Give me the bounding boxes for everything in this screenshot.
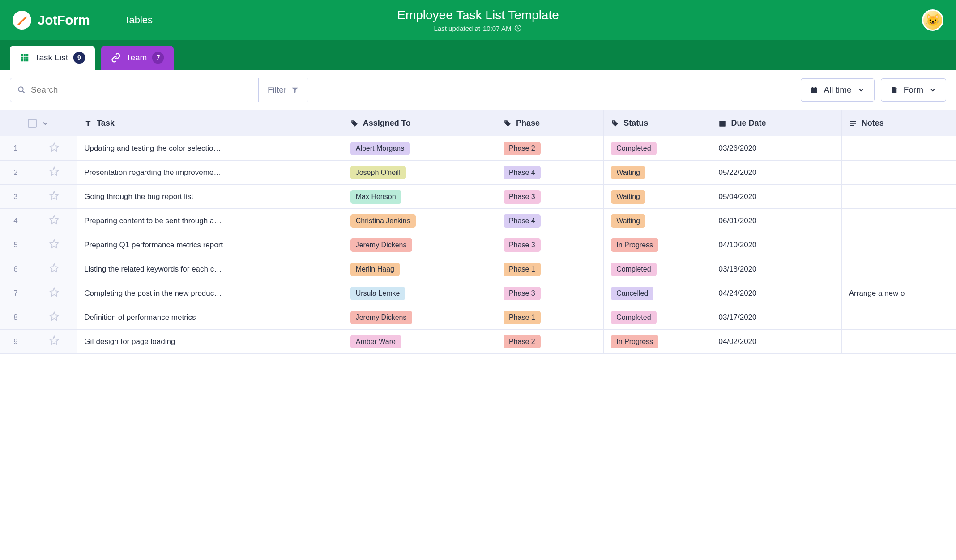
cell-due-date[interactable]: 03/26/2020 [711, 136, 841, 161]
search-input[interactable] [31, 85, 251, 95]
cell-notes[interactable] [841, 233, 956, 257]
cell-task[interactable]: Completing the post in the new produc… [77, 281, 343, 305]
cell-status[interactable]: Completed [604, 305, 711, 330]
select-all-checkbox[interactable] [28, 119, 37, 128]
cell-due-date[interactable]: 05/22/2020 [711, 161, 841, 185]
svg-rect-6 [26, 57, 29, 59]
star-button[interactable] [31, 305, 77, 330]
cell-task[interactable]: Updating and testing the color selectio… [77, 136, 343, 161]
toolbar: Filter All time Form [0, 70, 956, 110]
cell-notes[interactable] [841, 161, 956, 185]
page-title[interactable]: Employee Task List Template [397, 8, 559, 22]
user-avatar[interactable]: 😺 [922, 9, 943, 31]
table-row[interactable]: 9Gif design for page loadingAmber WarePh… [0, 330, 956, 354]
cell-phase[interactable]: Phase 4 [496, 161, 604, 185]
star-button[interactable] [31, 330, 77, 354]
table-row[interactable]: 2Presentation regarding the improveme…Jo… [0, 161, 956, 185]
row-index: 9 [0, 330, 31, 354]
cell-status[interactable]: In Progress [604, 330, 711, 354]
cell-phase[interactable]: Phase 2 [496, 330, 604, 354]
cell-notes[interactable] [841, 209, 956, 233]
header-notes[interactable]: Notes [841, 110, 956, 136]
cell-phase[interactable]: Phase 1 [496, 257, 604, 281]
cell-due-date[interactable]: 04/10/2020 [711, 233, 841, 257]
tab-team[interactable]: Team 7 [101, 46, 174, 70]
cell-task[interactable]: Definition of performance metrics [77, 305, 343, 330]
cell-notes[interactable] [841, 257, 956, 281]
filter-button[interactable]: Filter [258, 78, 308, 102]
cell-notes[interactable] [841, 185, 956, 209]
timerange-label: All time [824, 85, 851, 95]
table-row[interactable]: 6Listing the related keywords for each c… [0, 257, 956, 281]
cell-task[interactable]: Preparing content to be sent through a… [77, 209, 343, 233]
document-icon [890, 86, 898, 94]
cell-due-date[interactable]: 05/04/2020 [711, 185, 841, 209]
chevron-down-icon[interactable] [41, 119, 49, 127]
cell-phase[interactable]: Phase 4 [496, 209, 604, 233]
cell-due-date[interactable]: 06/01/2020 [711, 209, 841, 233]
app-header: JotForm Tables Employee Task List Templa… [0, 0, 956, 40]
cell-task[interactable]: Going through the bug report list [77, 185, 343, 209]
table-row[interactable]: 4Preparing content to be sent through a…… [0, 209, 956, 233]
cell-status[interactable]: In Progress [604, 233, 711, 257]
table-row[interactable]: 1Updating and testing the color selectio… [0, 136, 956, 161]
cell-status[interactable]: Waiting [604, 161, 711, 185]
star-button[interactable] [31, 136, 77, 161]
svg-point-15 [613, 121, 614, 122]
cell-assignee[interactable]: Albert Morgans [343, 136, 496, 161]
cell-due-date[interactable]: 03/17/2020 [711, 305, 841, 330]
cell-task[interactable]: Preparing Q1 performance metrics report [77, 233, 343, 257]
cell-assignee[interactable]: Joseph O'neill [343, 161, 496, 185]
cell-phase[interactable]: Phase 3 [496, 233, 604, 257]
chevron-down-icon [857, 86, 865, 94]
cell-phase[interactable]: Phase 3 [496, 281, 604, 305]
table-row[interactable]: 3Going through the bug report listMax He… [0, 185, 956, 209]
cell-phase[interactable]: Phase 2 [496, 136, 604, 161]
cell-notes[interactable] [841, 330, 956, 354]
cell-status[interactable]: Completed [604, 136, 711, 161]
cell-assignee[interactable]: Jeremy Dickens [343, 233, 496, 257]
timerange-button[interactable]: All time [801, 78, 874, 102]
header-status[interactable]: Status [604, 110, 711, 136]
header-due-date[interactable]: Due Date [711, 110, 841, 136]
cell-status[interactable]: Waiting [604, 185, 711, 209]
divider [107, 12, 107, 28]
cell-status[interactable]: Completed [604, 257, 711, 281]
cell-phase[interactable]: Phase 1 [496, 305, 604, 330]
cell-due-date[interactable]: 04/24/2020 [711, 281, 841, 305]
cell-task[interactable]: Listing the related keywords for each c… [77, 257, 343, 281]
cell-assignee[interactable]: Max Henson [343, 185, 496, 209]
cell-phase[interactable]: Phase 3 [496, 185, 604, 209]
search-box[interactable] [10, 78, 258, 102]
cell-notes[interactable] [841, 305, 956, 330]
cell-due-date[interactable]: 03/18/2020 [711, 257, 841, 281]
header-assigned[interactable]: Assigned To [343, 110, 496, 136]
cell-status[interactable]: Cancelled [604, 281, 711, 305]
form-button[interactable]: Form [881, 78, 946, 102]
cell-task[interactable]: Gif design for page loading [77, 330, 343, 354]
tab-task-list[interactable]: Task List 9 [10, 46, 95, 70]
star-button[interactable] [31, 185, 77, 209]
cell-due-date[interactable]: 04/02/2020 [711, 330, 841, 354]
star-button[interactable] [31, 161, 77, 185]
cell-notes[interactable]: Arrange a new o [841, 281, 956, 305]
cell-task[interactable]: Presentation regarding the improveme… [77, 161, 343, 185]
star-button[interactable] [31, 233, 77, 257]
cell-assignee[interactable]: Merlin Haag [343, 257, 496, 281]
star-button[interactable] [31, 257, 77, 281]
cell-status[interactable]: Waiting [604, 209, 711, 233]
header-task[interactable]: Task [77, 110, 343, 136]
star-button[interactable] [31, 281, 77, 305]
svg-rect-5 [24, 57, 26, 59]
section-name[interactable]: Tables [124, 14, 153, 26]
cell-assignee[interactable]: Christina Jenkins [343, 209, 496, 233]
cell-notes[interactable] [841, 136, 956, 161]
header-phase[interactable]: Phase [496, 110, 604, 136]
star-button[interactable] [31, 209, 77, 233]
table-row[interactable]: 5Preparing Q1 performance metrics report… [0, 233, 956, 257]
cell-assignee[interactable]: Jeremy Dickens [343, 305, 496, 330]
cell-assignee[interactable]: Amber Ware [343, 330, 496, 354]
table-row[interactable]: 8Definition of performance metricsJeremy… [0, 305, 956, 330]
cell-assignee[interactable]: Ursula Lemke [343, 281, 496, 305]
table-row[interactable]: 7Completing the post in the new produc…U… [0, 281, 956, 305]
